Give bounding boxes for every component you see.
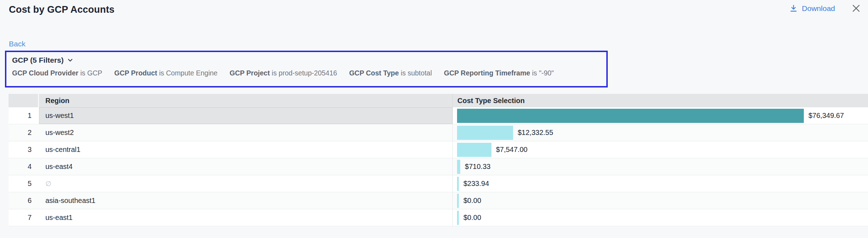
region-cell[interactable]: us-east1 <box>39 209 453 226</box>
table-header: Region Cost Type Selection <box>9 94 868 107</box>
cost-bar[interactable] <box>457 160 460 174</box>
cost-column-header[interactable]: Cost Type Selection <box>453 94 868 107</box>
cost-bar[interactable] <box>457 211 459 225</box>
cost-value: $0.00 <box>463 197 481 205</box>
table-body: 1 us-west1 $76,349.67 2 us-west2 $12,332… <box>9 107 868 226</box>
cost-bar[interactable] <box>457 143 491 157</box>
region-cell[interactable]: ∅ <box>39 175 453 192</box>
table-row[interactable]: 6 asia-southeast1 $0.00 <box>9 192 868 209</box>
download-button[interactable]: Download <box>789 4 835 13</box>
cost-cell: $7,547.00 <box>453 141 868 158</box>
table-row[interactable]: 4 us-east4 $710.33 <box>9 158 868 175</box>
cost-cell: $710.33 <box>453 158 868 175</box>
row-number: 1 <box>9 107 39 124</box>
filter-item: GCP Cloud Provider is GCP <box>12 69 102 77</box>
filter-item: GCP Reporting Timeframe is "-90" <box>444 69 554 77</box>
row-number-column-header <box>9 94 39 107</box>
row-number: 3 <box>9 141 39 158</box>
cost-value: $7,547.00 <box>496 146 528 154</box>
region-column-label: Region <box>45 97 69 105</box>
row-number: 4 <box>9 158 39 175</box>
filter-panel: GCP (5 Filters) GCP Cloud Provider is GC… <box>5 51 608 87</box>
region-cell[interactable]: us-east4 <box>39 158 453 175</box>
close-icon[interactable] <box>851 4 861 13</box>
cost-column-label: Cost Type Selection <box>457 97 525 105</box>
cost-bar[interactable] <box>457 177 459 191</box>
cost-value: $12,332.55 <box>518 129 553 137</box>
region-cell[interactable]: asia-southeast1 <box>39 192 453 209</box>
download-label: Download <box>802 4 835 13</box>
cost-bar[interactable] <box>457 126 513 140</box>
row-number: 5 <box>9 175 39 192</box>
cost-bar[interactable] <box>457 109 804 123</box>
chevron-down-icon <box>67 57 73 63</box>
cost-value: $233.94 <box>463 180 489 188</box>
cost-bar[interactable] <box>457 194 459 208</box>
row-number: 2 <box>9 124 39 141</box>
table-row[interactable]: 7 us-east1 $0.00 <box>9 209 868 226</box>
region-cell[interactable]: us-west1 <box>39 107 453 124</box>
cost-cell: $76,349.67 <box>453 107 868 124</box>
cost-by-gcp-accounts-panel: Cost by GCP Accounts Download Back GCP (… <box>0 0 868 238</box>
region-cell[interactable]: us-central1 <box>39 141 453 158</box>
cost-cell: $12,332.55 <box>453 124 868 141</box>
cost-table: Region Cost Type Selection 1 us-west1 $7… <box>9 94 868 226</box>
cost-cell: $233.94 <box>453 175 868 192</box>
page-title: Cost by GCP Accounts <box>9 4 115 15</box>
cost-value: $710.33 <box>465 163 490 171</box>
filter-summary-toggle[interactable]: GCP (5 Filters) <box>12 56 73 64</box>
filter-list: GCP Cloud Provider is GCPGCP Product is … <box>12 69 601 77</box>
cost-value: $0.00 <box>463 214 481 222</box>
filter-item: GCP Product is Compute Engine <box>114 69 217 77</box>
back-link[interactable]: Back <box>9 40 26 48</box>
table-row[interactable]: 2 us-west2 $12,332.55 <box>9 124 868 141</box>
cost-cell: $0.00 <box>453 209 868 226</box>
filter-summary-label: GCP (5 Filters) <box>12 56 63 64</box>
table-row[interactable]: 3 us-central1 $7,547.00 <box>9 141 868 158</box>
download-icon <box>789 4 798 13</box>
row-number: 7 <box>9 209 39 226</box>
region-cell[interactable]: us-west2 <box>39 124 453 141</box>
row-number: 6 <box>9 192 39 209</box>
cost-value: $76,349.67 <box>808 112 844 120</box>
region-column-header[interactable]: Region <box>39 94 453 107</box>
table-row[interactable]: 1 us-west1 $76,349.67 <box>9 107 868 124</box>
filter-item: GCP Project is prod-setup-205416 <box>229 69 337 77</box>
table-row[interactable]: 5 ∅ $233.94 <box>9 175 868 192</box>
cost-cell: $0.00 <box>453 192 868 209</box>
filter-item: GCP Cost Type is subtotal <box>349 69 432 77</box>
